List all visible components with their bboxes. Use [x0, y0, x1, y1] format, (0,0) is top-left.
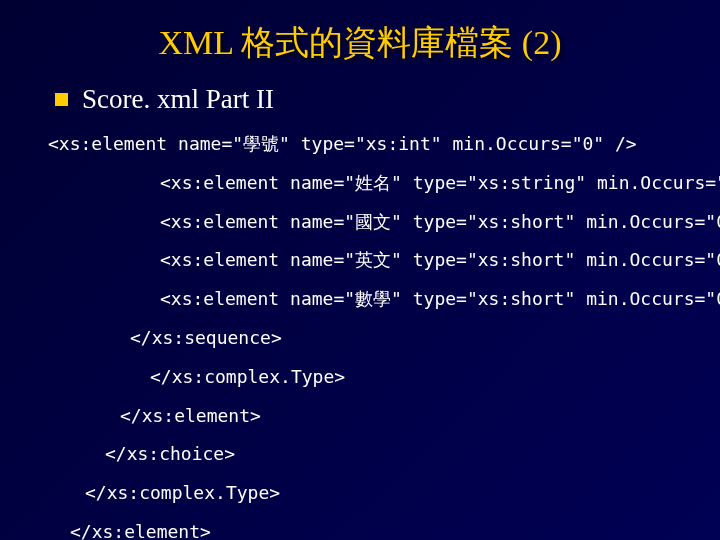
- slide-title: XML 格式的資料庫檔案 (2): [30, 20, 690, 66]
- code-line: <xs:element name="數學" type="xs:short" mi…: [160, 285, 690, 314]
- code-line: </xs:element>: [120, 402, 690, 431]
- code-line: </xs:complex.Type>: [150, 363, 690, 392]
- bullet-icon: [55, 93, 68, 106]
- code-line: </xs:choice>: [105, 440, 690, 469]
- code-line: <xs:element name="學號" type="xs:int" min.…: [48, 130, 690, 159]
- code-line: <xs:element name="國文" type="xs:short" mi…: [160, 208, 690, 237]
- code-line: </xs:element>: [70, 518, 690, 540]
- code-block: <xs:element name="學號" type="xs:int" min.…: [30, 130, 690, 540]
- code-line: </xs:complex.Type>: [85, 479, 690, 508]
- slide-subtitle: Score. xml Part II: [82, 84, 274, 115]
- slide-container: XML 格式的資料庫檔案 (2) Score. xml Part II <xs:…: [0, 0, 720, 540]
- code-line: <xs:element name="英文" type="xs:short" mi…: [160, 246, 690, 275]
- subtitle-row: Score. xml Part II: [55, 84, 690, 115]
- code-line: </xs:sequence>: [130, 324, 690, 353]
- code-line: <xs:element name="姓名" type="xs:string" m…: [160, 169, 690, 198]
